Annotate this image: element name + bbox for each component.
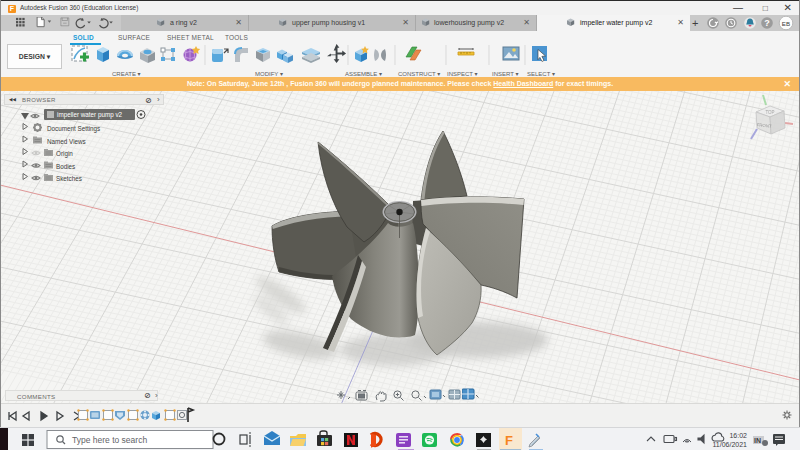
svg-text:IN: IN — [754, 437, 761, 444]
svg-text:F: F — [505, 433, 513, 448]
svg-text:Bodies: Bodies — [56, 163, 75, 170]
svg-text:?: ? — [764, 18, 770, 28]
svg-text:Sketches: Sketches — [56, 175, 82, 182]
svg-text:16:02: 16:02 — [729, 432, 747, 439]
svg-text:Type here to search: Type here to search — [72, 435, 147, 445]
svg-text:impeller water pump v2: impeller water pump v2 — [57, 111, 123, 119]
svg-text:11/06/2021: 11/06/2021 — [712, 441, 747, 448]
svg-text:TOP: TOP — [765, 110, 774, 115]
svg-text:Document Settings: Document Settings — [47, 125, 100, 133]
svg-text:Named Views: Named Views — [47, 138, 86, 145]
svg-text:Origin: Origin — [56, 150, 73, 158]
svg-text:EB: EB — [782, 20, 790, 27]
